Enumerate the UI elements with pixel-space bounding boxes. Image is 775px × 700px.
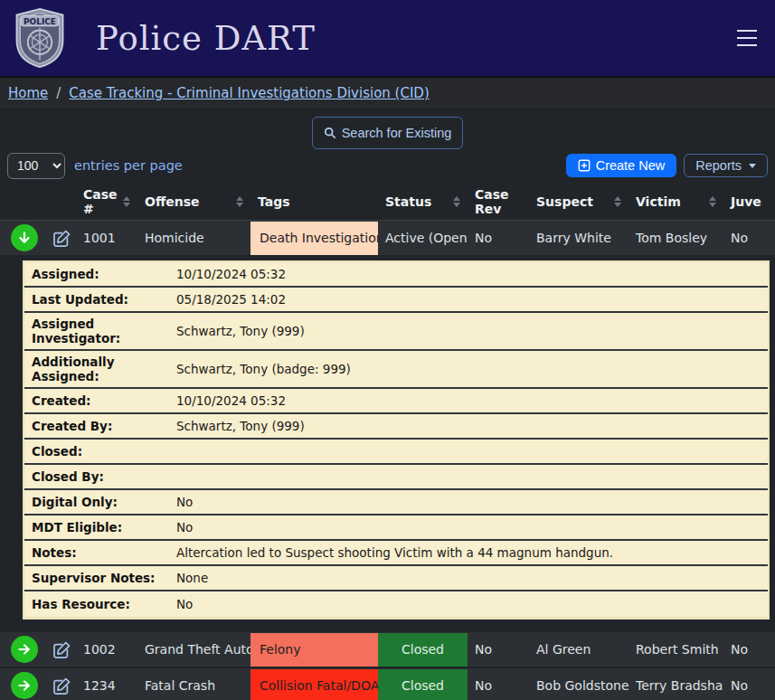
detail-label: Created: bbox=[32, 393, 176, 408]
suspect-cell: Bob Goldstone bbox=[529, 667, 629, 700]
edit-cell bbox=[40, 221, 76, 257]
sort-icon[interactable] bbox=[123, 196, 130, 207]
detail-label: Digital Only: bbox=[32, 495, 176, 509]
col-victim[interactable]: Victim bbox=[629, 184, 723, 221]
tag-badge: Death Investigation bbox=[250, 222, 378, 255]
edit-cell bbox=[40, 632, 76, 667]
tag-badge: Felony bbox=[250, 633, 378, 667]
arrow-right-icon bbox=[17, 642, 32, 657]
detail-line: Created By:Schwartz, Tony (999) bbox=[24, 414, 768, 440]
police-badge-icon: POLICE bbox=[11, 7, 69, 69]
case-rev-cell: No bbox=[468, 632, 529, 667]
search-existing-label: Search for Existing bbox=[342, 126, 452, 140]
detail-value: No bbox=[176, 520, 761, 534]
detail-value: Schwartz, Tony (999) bbox=[176, 419, 761, 433]
tags-cell: Collision Fatal/DOA bbox=[250, 667, 378, 700]
col-label-victim: Victim bbox=[636, 194, 705, 209]
col-label-status: Status bbox=[385, 194, 449, 209]
col-offense[interactable]: Offense bbox=[137, 184, 250, 221]
col-edit bbox=[40, 184, 76, 221]
col-label-juve: Juve bbox=[731, 194, 768, 209]
edit-cell bbox=[40, 667, 76, 700]
col-case_rev: Case Rev bbox=[468, 184, 529, 221]
col-suspect[interactable]: Suspect bbox=[529, 184, 629, 221]
controls-right: Create New Reports bbox=[566, 154, 768, 177]
edit-case-button[interactable] bbox=[47, 636, 76, 663]
detail-label: MDT Eligible: bbox=[32, 520, 176, 534]
col-case[interactable]: Case # bbox=[76, 184, 137, 221]
page: POLICE Police DART Home / Case Tracking … bbox=[0, 0, 775, 700]
plus-square-icon bbox=[578, 159, 591, 172]
suspect-cell: Al Green bbox=[529, 632, 629, 667]
sort-icon[interactable] bbox=[236, 196, 243, 207]
case-number-cell: 1001 bbox=[76, 221, 137, 257]
victim-cell: Robert Smith bbox=[629, 632, 723, 667]
hamburger-menu-icon[interactable] bbox=[735, 24, 759, 52]
col-label-tag: Tags bbox=[258, 194, 371, 209]
case-number-cell: 1234 bbox=[76, 667, 137, 700]
sort-icon[interactable] bbox=[709, 196, 716, 207]
breadcrumb-current-link[interactable]: Case Tracking - Criminal Investigations … bbox=[69, 85, 429, 101]
expand-row-button[interactable] bbox=[11, 672, 38, 699]
detail-label: Assigned Investigator: bbox=[32, 317, 176, 345]
svg-text:POLICE: POLICE bbox=[24, 17, 56, 26]
detail-label: Last Updated: bbox=[32, 292, 176, 307]
detail-value: Altercation led to Suspect shooting Vict… bbox=[176, 545, 761, 560]
detail-value: 10/10/2024 05:32 bbox=[176, 393, 761, 408]
app-header: POLICE Police DART bbox=[0, 0, 775, 78]
detail-line: Closed By: bbox=[24, 465, 768, 490]
victim-cell: Tom Bosley bbox=[629, 221, 723, 257]
col-label-offense: Offense bbox=[145, 194, 232, 209]
arrow-right-icon bbox=[17, 678, 32, 693]
detail-line: Assigned Investigator:Schwartz, Tony (99… bbox=[24, 313, 768, 351]
case-number-cell: 1002 bbox=[76, 632, 137, 667]
create-new-button[interactable]: Create New bbox=[566, 154, 677, 177]
entries-per-page-label: entries per page bbox=[74, 158, 183, 173]
detail-label: Created By: bbox=[32, 419, 176, 433]
expand-cell bbox=[0, 632, 40, 667]
app-title: Police DART bbox=[96, 19, 316, 58]
edit-icon bbox=[52, 229, 71, 248]
detail-value: 05/18/2025 14:02 bbox=[176, 292, 761, 307]
detail-value: No bbox=[176, 597, 761, 611]
edit-case-button[interactable] bbox=[47, 672, 76, 699]
col-expand bbox=[0, 184, 40, 221]
tag-badge: Collision Fatal/DOA bbox=[250, 669, 378, 700]
sort-icon[interactable] bbox=[453, 196, 460, 207]
status-cell: Active (Open) bbox=[378, 221, 468, 257]
detail-label: Closed By: bbox=[32, 469, 176, 484]
detail-label: Closed: bbox=[32, 444, 176, 459]
col-status[interactable]: Status bbox=[378, 184, 468, 221]
detail-line: Notes:Altercation led to Suspect shootin… bbox=[24, 541, 768, 566]
table-row-1001: 1001HomicideDeath InvestigationActive (O… bbox=[0, 221, 775, 257]
reports-label: Reports bbox=[695, 158, 742, 173]
table-row-1234: 1234Fatal CrashCollision Fatal/DOAClosed… bbox=[0, 667, 775, 700]
detail-value: 10/10/2024 05:32 bbox=[176, 267, 761, 281]
search-existing-button[interactable]: Search for Existing bbox=[312, 117, 464, 149]
tags-cell: Felony bbox=[250, 632, 378, 667]
col-juve: Juve bbox=[723, 184, 775, 221]
offense-cell: Grand Theft Auto bbox=[137, 632, 250, 667]
expand-row-button[interactable] bbox=[11, 636, 38, 663]
case-detail-row: Assigned:10/10/2024 05:32Last Updated:05… bbox=[0, 256, 775, 632]
detail-label: Assigned: bbox=[32, 267, 176, 281]
sort-icon[interactable] bbox=[614, 196, 621, 207]
table-row-1002: 1002Grand Theft AutoFelonyClosedNoAl Gre… bbox=[0, 632, 775, 667]
chevron-down-icon bbox=[749, 164, 756, 168]
case-rev-cell: No bbox=[468, 667, 529, 700]
status-cell: Closed bbox=[378, 632, 468, 667]
status-cell: Closed bbox=[378, 667, 468, 700]
collapse-row-button[interactable] bbox=[11, 224, 38, 251]
edit-case-button[interactable] bbox=[47, 224, 76, 251]
entries-per-page-select[interactable]: 100 bbox=[7, 153, 65, 179]
content: Home / Case Tracking - Criminal Investig… bbox=[0, 78, 775, 700]
status-badge: Closed bbox=[378, 633, 468, 667]
breadcrumb: Home / Case Tracking - Criminal Investig… bbox=[0, 78, 775, 109]
detail-line: Created:10/10/2024 05:32 bbox=[24, 389, 768, 414]
breadcrumb-home-link[interactable]: Home bbox=[8, 85, 48, 101]
detail-line: Last Updated:05/18/2025 14:02 bbox=[24, 288, 768, 313]
create-new-label: Create New bbox=[596, 158, 666, 173]
reports-button[interactable]: Reports bbox=[684, 154, 768, 177]
detail-line: Assigned:10/10/2024 05:32 bbox=[24, 262, 768, 288]
detail-line: Supervisor Notes:None bbox=[24, 566, 768, 591]
